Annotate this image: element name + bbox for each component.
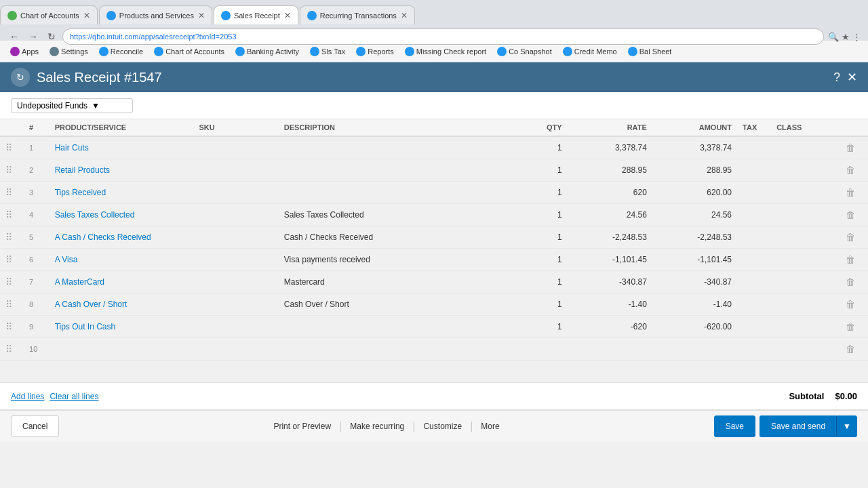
menu-icon[interactable]: ⋮ [852,32,861,42]
description-cell[interactable] [279,159,517,182]
delete-row-button[interactable]: 🗑 [844,186,856,199]
sku-cell[interactable] [194,316,279,338]
class-cell[interactable] [771,316,839,338]
make-recurring-button[interactable]: Make recurring [342,416,412,436]
tab-close-products[interactable]: ✕ [198,11,205,20]
url-bar[interactable]: https://qbo.intuit.com/app/salesreceipt?… [62,28,824,45]
product-service-cell[interactable]: A Visa [50,249,194,271]
sku-cell[interactable] [194,338,279,361]
delete-row-button[interactable]: 🗑 [844,230,856,244]
refresh-button[interactable]: ↻ [45,30,58,43]
product-service-cell[interactable]: Tips Received [50,182,194,204]
qty-cell[interactable]: 1 [516,182,567,204]
tax-cell[interactable] [737,136,771,159]
tax-cell[interactable] [737,159,771,182]
delete-row-button[interactable]: 🗑 [844,163,856,177]
delete-row-button[interactable]: 🗑 [844,208,856,222]
product-service-cell[interactable]: Retail Products [50,159,194,182]
drag-handle-icon[interactable]: ⠿ [5,344,12,354]
tab-close-sales[interactable]: ✕ [284,11,291,20]
forward-button[interactable]: → [26,30,41,43]
qty-cell[interactable]: 1 [516,271,567,293]
qty-cell[interactable]: 1 [516,136,567,159]
rate-cell[interactable]: -620 [568,316,652,338]
tax-cell[interactable] [737,226,771,249]
drag-handle-icon[interactable]: ⠿ [5,321,12,332]
description-cell[interactable] [279,338,517,361]
drag-handle-icon[interactable]: ⠿ [5,277,12,287]
tab-recurring[interactable]: Recurring Transactions ✕ [300,5,415,24]
search-icon[interactable]: 🔍 [828,32,839,42]
delete-row-button[interactable]: 🗑 [844,275,856,289]
product-service-cell[interactable]: Sales Taxes Collected [50,204,194,226]
bookmark-icon[interactable]: ★ [842,32,850,42]
drag-handle-icon[interactable]: ⠿ [5,209,12,220]
class-cell[interactable] [771,182,839,204]
rate-cell[interactable]: 620 [568,182,652,204]
tax-cell[interactable] [737,182,771,204]
delete-row-button[interactable]: 🗑 [844,141,856,155]
class-cell[interactable] [771,204,839,226]
sku-cell[interactable] [194,182,279,204]
sku-cell[interactable] [194,159,279,182]
description-cell[interactable]: Visa payments received [279,249,517,271]
product-service-cell[interactable]: A Cash / Checks Received [50,226,194,249]
product-service-cell[interactable]: A Cash Over / Short [50,293,194,316]
tax-cell[interactable] [737,293,771,316]
rate-cell[interactable]: 3,378.74 [568,136,652,159]
drag-handle-icon[interactable]: ⠿ [5,254,12,265]
drag-handle-icon[interactable]: ⠿ [5,142,12,153]
tax-cell[interactable] [737,316,771,338]
rate-cell[interactable]: -2,248.53 [568,226,652,249]
description-cell[interactable] [279,136,517,159]
table-container[interactable]: # PRODUCT/SERVICE SKU DESCRIPTION QTY RA… [0,119,868,382]
toolbar-reports[interactable]: Reports [351,45,399,58]
sku-cell[interactable] [194,271,279,293]
tab-products-services[interactable]: Products and Services ✕ [99,5,212,24]
drag-handle-icon[interactable]: ⠿ [5,299,12,310]
help-button[interactable]: ? [833,70,840,85]
class-cell[interactable] [771,249,839,271]
more-button[interactable]: More [473,416,507,436]
description-cell[interactable]: Mastercard [279,271,517,293]
description-cell[interactable]: Cash / Checks Received [279,226,517,249]
delete-row-button[interactable]: 🗑 [844,298,856,311]
tab-sales-receipt[interactable]: Sales Receipt ✕ [214,5,298,24]
tab-close-chart[interactable]: ✕ [83,11,90,20]
save-send-dropdown[interactable]: ▼ [837,415,857,437]
rate-cell[interactable]: -340.87 [568,271,652,293]
save-send-button[interactable]: Save and send [760,415,837,437]
tab-close-recurring[interactable]: ✕ [401,11,408,20]
toolbar-chart-accounts[interactable]: Chart of Accounts [149,45,229,58]
cancel-button[interactable]: Cancel [11,415,59,437]
rate-cell[interactable]: 288.95 [568,159,652,182]
class-cell[interactable] [771,338,839,361]
toolbar-sls-tax[interactable]: Sls Tax [305,45,350,58]
qty-cell[interactable]: 1 [516,204,567,226]
qty-cell[interactable]: 1 [516,226,567,249]
drag-handle-icon[interactable]: ⠿ [5,232,12,243]
sku-cell[interactable] [194,293,279,316]
add-lines-button[interactable]: Add lines [11,392,44,401]
qty-cell[interactable]: 1 [516,293,567,316]
toolbar-settings[interactable]: Settings [45,45,93,58]
toolbar-banking-activity[interactable]: Banking Activity [231,45,304,58]
tax-cell[interactable] [737,271,771,293]
delete-row-button[interactable]: 🗑 [844,342,856,356]
description-cell[interactable]: Cash Over / Short [279,293,517,316]
toolbar-apps[interactable]: Apps [5,45,43,58]
product-service-cell[interactable]: Tips Out In Cash [50,316,194,338]
tax-cell[interactable] [737,338,771,361]
rate-cell[interactable]: 24.56 [568,204,652,226]
description-cell[interactable]: Sales Taxes Collected [279,204,517,226]
rate-cell[interactable]: -1.40 [568,293,652,316]
product-service-cell[interactable] [50,338,194,361]
tab-chart-accounts[interactable]: Chart of Accounts ✕ [0,5,98,24]
close-button[interactable]: ✕ [847,70,857,85]
sku-cell[interactable] [194,249,279,271]
delete-row-button[interactable]: 🗑 [844,253,856,266]
toolbar-credit-memo[interactable]: Credit Memo [558,45,622,58]
qty-cell[interactable] [516,338,567,361]
tax-cell[interactable] [737,249,771,271]
drag-handle-icon[interactable]: ⠿ [5,187,12,198]
